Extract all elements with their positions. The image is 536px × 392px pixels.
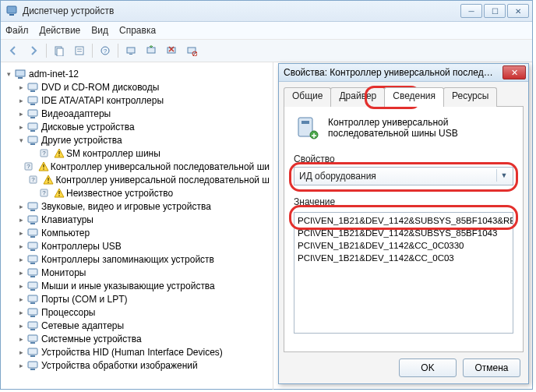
expander-icon[interactable]: ▸ (16, 203, 26, 210)
tree-subitem[interactable]: ?Контроллер универсальной последовательн… (4, 173, 270, 186)
tree-item-label: Контроллеры USB (41, 241, 122, 252)
dialog-close-button[interactable]: ✕ (503, 65, 526, 79)
device-tree[interactable]: ▾adm-inet-12▸DVD и CD-ROM дисководы▸IDE … (1, 62, 273, 390)
value-item[interactable]: PCI\VEN_1B21&DEV_1142&CC_0C0330 (296, 239, 511, 252)
tree-item[interactable]: ▸Устройства обработки изображений (4, 358, 270, 372)
expander-icon[interactable]: ▸ (16, 123, 26, 131)
value-label: Значение (294, 196, 513, 207)
tree-item[interactable]: ▸Мыши и иные указывающие устройства (4, 279, 270, 292)
svg-rect-41 (28, 203, 37, 209)
tree-item[interactable]: ▸Звуковые, видео и игровые устройства (4, 200, 270, 213)
tree-item[interactable]: ▸Сетевые адаптеры (4, 319, 270, 332)
tab-general[interactable]: Общие (284, 87, 331, 107)
tree-item[interactable]: ▸Процессоры (4, 305, 270, 319)
device-category-icon: ? (39, 147, 51, 160)
toolbar-update-button[interactable] (142, 41, 160, 60)
tree-subitem[interactable]: ?Неизвестное устройство (4, 186, 270, 200)
tree-item-label: DVD и CD-ROM дисководы (41, 82, 159, 93)
expander-icon[interactable]: ▸ (16, 269, 26, 277)
tab-driver[interactable]: Драйвер (330, 87, 385, 107)
value-listbox[interactable]: PCI\VEN_1B21&DEV_1142&SUBSYS_85BF1043&RE… (294, 212, 513, 334)
expander-icon[interactable]: ▸ (16, 335, 26, 343)
tree-item[interactable]: ▸IDE ATA/ATAPI контроллеры (4, 94, 270, 107)
tree-item[interactable]: ▸Порты (COM и LPT) (4, 292, 270, 305)
svg-rect-20 (30, 117, 35, 118)
tree-item[interactable]: ▾Другие устройства (4, 133, 270, 147)
tree-item[interactable]: ▸Компьютер (4, 226, 270, 239)
tab-details[interactable]: Сведения (384, 87, 444, 107)
expander-icon[interactable]: ▸ (16, 309, 26, 316)
tree-item[interactable]: ▸Дисковые устройства (4, 120, 270, 133)
svg-rect-46 (30, 236, 35, 238)
dialog-titlebar[interactable]: Свойства: Контроллер универсальной после… (279, 64, 528, 82)
svg-rect-68 (302, 121, 309, 124)
expander-icon[interactable]: ▸ (16, 110, 26, 118)
expander-icon[interactable]: ▸ (16, 97, 26, 104)
value-item[interactable]: PCI\VEN_1B21&DEV_1142&SUBSYS_85BF1043 (296, 227, 511, 239)
expander-icon[interactable]: ▸ (16, 295, 26, 303)
tree-root[interactable]: ▾adm-inet-12 (4, 67, 270, 80)
menu-view[interactable]: Вид (91, 25, 108, 36)
device-category-icon (26, 253, 39, 266)
tree-item-label: Сетевые адаптеры (41, 320, 124, 331)
tree-item[interactable]: ▸Системные устройства (4, 332, 270, 345)
tab-resources[interactable]: Ресурсы (443, 87, 497, 107)
toolbar-uninstall-button[interactable] (162, 41, 181, 60)
expander-icon[interactable]: ▸ (16, 348, 26, 356)
svg-rect-28 (58, 155, 59, 156)
tree-subitem[interactable]: ?Контроллер универсальной последовательн… (4, 160, 270, 173)
tree-item-label: Компьютер (41, 228, 90, 238)
titlebar[interactable]: Диспетчер устройств ─ ☐ ✕ (1, 1, 532, 22)
expander-icon[interactable]: ▸ (16, 322, 26, 330)
tree-item-label: Устройства HID (Human Interface Devices) (41, 347, 223, 358)
svg-rect-56 (30, 302, 35, 304)
expander-icon[interactable]: ▸ (16, 362, 26, 369)
maximize-button[interactable]: ☐ (484, 4, 506, 18)
minimize-button[interactable]: ─ (460, 4, 482, 18)
svg-rect-13 (16, 70, 25, 76)
cancel-button[interactable]: Отмена (463, 358, 520, 377)
back-button[interactable] (4, 41, 23, 60)
expander-icon[interactable]: ▾ (4, 70, 13, 78)
tree-item[interactable]: ▸Мониторы (4, 266, 270, 279)
expander-icon[interactable]: ▸ (16, 216, 26, 224)
expander-icon[interactable]: ▸ (16, 282, 26, 290)
ok-button[interactable]: OK (399, 358, 457, 377)
forward-button[interactable] (24, 41, 43, 60)
device-category-icon (26, 333, 39, 345)
expander-icon[interactable]: ▸ (16, 83, 26, 91)
svg-rect-0 (7, 6, 16, 13)
tree-item[interactable]: ▸Контроллеры запоминающих устройств (4, 253, 270, 266)
svg-rect-43 (28, 216, 37, 222)
close-window-button[interactable]: ✕ (507, 4, 529, 18)
value-item[interactable]: PCI\VEN_1B21&DEV_1142&SUBSYS_85BF1043&RE… (296, 214, 511, 227)
toolbar-properties-button[interactable] (70, 41, 89, 60)
tree-item-label: Контроллер универсальной последовательно… (51, 161, 270, 172)
menu-action[interactable]: Действие (40, 25, 81, 36)
tree-item[interactable]: ▸Контроллеры USB (4, 239, 270, 253)
value-item[interactable]: PCI\VEN_1B21&DEV_1142&CC_0C03 (296, 252, 511, 264)
expander-icon[interactable]: ▸ (16, 229, 26, 237)
expander-icon[interactable]: ▸ (16, 242, 26, 250)
expander-icon[interactable]: ▾ (16, 136, 26, 144)
device-category-icon (26, 134, 39, 147)
property-combobox[interactable]: ИД оборудования ▼ (294, 167, 513, 185)
toolbar-disable-button[interactable] (182, 41, 201, 60)
toolbar-scan-button[interactable] (122, 41, 140, 60)
svg-rect-23 (28, 136, 37, 143)
tree-item[interactable]: ▸DVD и CD-ROM дисководы (4, 80, 270, 94)
tree-item-label: Мыши и иные указывающие устройства (41, 281, 215, 291)
toolbar-copy-button[interactable] (50, 41, 69, 60)
svg-rect-36 (48, 182, 49, 182)
tree-item[interactable]: ▸Устройства HID (Human Interface Devices… (4, 345, 270, 358)
svg-text:?: ? (26, 163, 30, 170)
svg-rect-57 (28, 309, 37, 315)
tree-item-label: Системные устройства (41, 334, 142, 344)
tree-item[interactable]: ▸Клавиатуры (4, 213, 270, 226)
tree-item[interactable]: ▸Видеоадаптеры (4, 107, 270, 120)
menu-help[interactable]: Справка (119, 25, 156, 36)
tree-subitem[interactable]: ?SM контроллер шины (4, 147, 270, 160)
menu-file[interactable]: Файл (5, 25, 29, 36)
toolbar-help-button[interactable]: ? (96, 41, 115, 60)
expander-icon[interactable]: ▸ (16, 256, 26, 263)
